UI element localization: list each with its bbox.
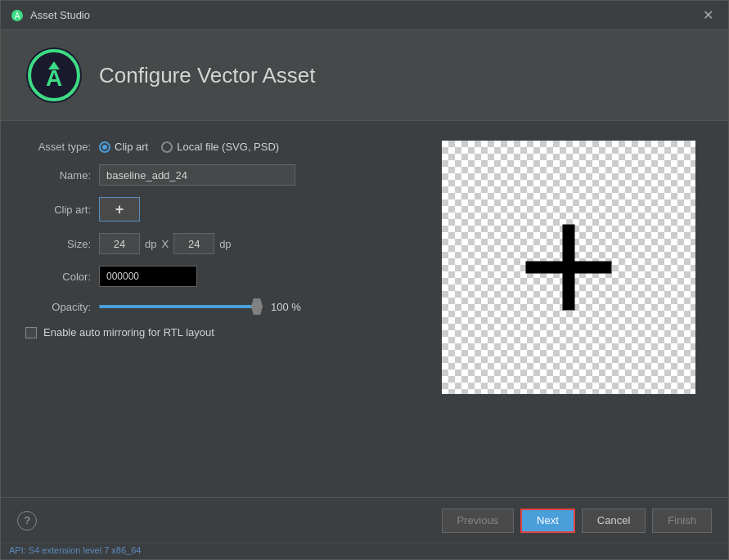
slider-track — [99, 305, 263, 308]
asset-type-radio-group: Clip art Local file (SVG, PSD) — [99, 141, 279, 153]
local-file-radio-label: Local file (SVG, PSD) — [177, 141, 279, 153]
color-label: Color: — [25, 271, 91, 283]
clip-art-label: Clip art: — [25, 204, 91, 216]
slider-fill — [99, 305, 263, 308]
size-label: Size: — [25, 238, 91, 250]
clip-art-radio-label: Clip art — [115, 141, 148, 153]
size-width-input[interactable] — [99, 233, 140, 254]
name-input[interactable] — [99, 164, 295, 186]
form-section: Asset type: Clip art Local file (SVG, PS… — [25, 141, 425, 477]
asset-studio-dialog: A Asset Studio ✕ A Configure Vector Asse… — [0, 0, 729, 560]
title-bar: A Asset Studio ✕ — [1, 1, 728, 30]
asset-type-row: Asset type: Clip art Local file (SVG, PS… — [25, 141, 425, 153]
slider-thumb[interactable] — [251, 298, 263, 315]
rtl-label: Enable auto mirroring for RTL layout — [43, 326, 214, 338]
opacity-value: 100 % — [271, 301, 304, 313]
name-row: Name: — [25, 164, 425, 186]
footer-buttons: Previous Next Cancel Finish — [442, 508, 712, 533]
opacity-row: Opacity: 100 % — [25, 298, 425, 315]
clip-art-radio-dot — [99, 141, 110, 153]
header-area: A Configure Vector Asset — [1, 30, 728, 121]
size-row: Size: dp X dp — [25, 233, 425, 254]
android-logo: A — [25, 47, 83, 104]
content-area: Asset type: Clip art Local file (SVG, PS… — [1, 121, 728, 497]
footer: ? Previous Next Cancel Finish — [1, 497, 728, 543]
dp-unit-2: dp — [219, 238, 231, 250]
preview-canvas — [442, 141, 695, 394]
local-file-radio-dot — [161, 141, 173, 153]
finish-button[interactable]: Finish — [652, 508, 712, 533]
svg-text:A: A — [15, 11, 20, 20]
color-picker[interactable]: 000000 — [99, 266, 197, 287]
opacity-label: Opacity: — [25, 301, 91, 313]
close-button[interactable]: ✕ — [698, 7, 718, 24]
rtl-row: Enable auto mirroring for RTL layout — [25, 326, 425, 338]
local-file-radio-option[interactable]: Local file (SVG, PSD) — [161, 141, 279, 153]
rtl-checkbox[interactable] — [25, 327, 37, 338]
previous-button[interactable]: Previous — [442, 508, 515, 533]
color-row: Color: 000000 — [25, 266, 425, 287]
dp-unit-1: dp — [145, 238, 156, 250]
preview-section — [442, 141, 704, 477]
size-x-separator: X — [161, 238, 169, 250]
clip-art-radio-option[interactable]: Clip art — [99, 141, 148, 153]
status-text: API: S4 extension level 7 x86_64 — [9, 545, 141, 555]
asset-type-label: Asset type: — [25, 141, 91, 153]
name-label: Name: — [25, 169, 91, 181]
cancel-button[interactable]: Cancel — [582, 508, 646, 533]
help-button[interactable]: ? — [17, 511, 37, 531]
footer-left: ? — [17, 511, 37, 531]
vector-preview — [495, 194, 642, 341]
next-button[interactable]: Next — [520, 508, 575, 533]
color-value: 000000 — [106, 271, 139, 282]
clip-art-button[interactable]: + — [99, 197, 140, 222]
opacity-slider[interactable] — [99, 298, 263, 315]
android-title-icon: A — [11, 9, 24, 22]
size-height-input[interactable] — [173, 233, 214, 254]
title-bar-left: A Asset Studio — [11, 9, 90, 22]
status-bar: API: S4 extension level 7 x86_64 — [1, 543, 728, 559]
clip-art-row: Clip art: + — [25, 197, 425, 222]
size-inputs: dp X dp — [99, 233, 232, 254]
dialog-title: Configure Vector Asset — [99, 63, 315, 88]
window-title: Asset Studio — [30, 9, 90, 21]
